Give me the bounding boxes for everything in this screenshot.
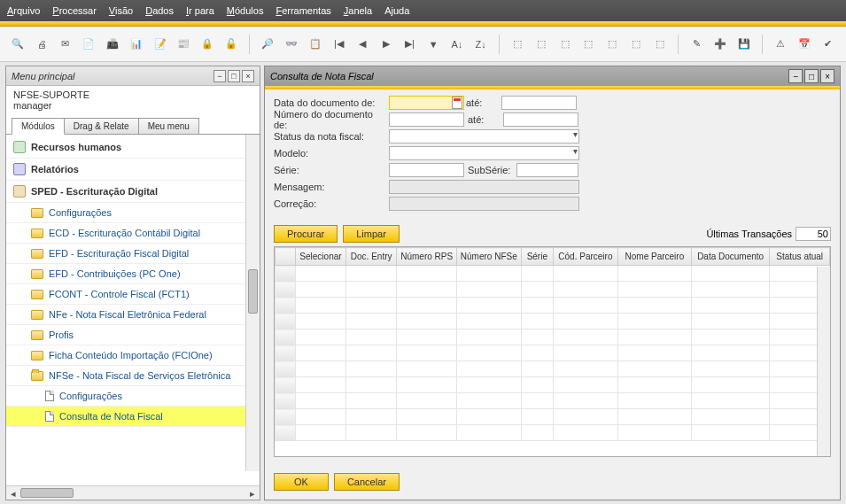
email-icon[interactable]: ✉ (56, 35, 74, 54)
close-icon[interactable]: × (242, 70, 254, 82)
input-ultimas[interactable] (796, 227, 831, 241)
table-row[interactable] (276, 361, 830, 377)
print-icon[interactable]: 🖨 (33, 35, 51, 54)
col-doc-entry[interactable]: Doc. Entry (346, 248, 397, 266)
col-numero-rps[interactable]: Número RPS (397, 248, 457, 266)
table-row[interactable] (276, 314, 830, 330)
tree-relatorios[interactable]: Relatórios (6, 159, 260, 181)
tree-efd-contrib[interactable]: EFD - Contribuições (PC One) (6, 264, 260, 284)
input-num-doc-de[interactable] (389, 112, 464, 127)
filter-icon[interactable]: ▼ (424, 35, 443, 54)
first-icon[interactable]: |◀ (330, 35, 348, 54)
excel-icon[interactable]: 📊 (128, 35, 146, 54)
col-status-atual[interactable]: Status atual (770, 248, 830, 266)
tree-nfse[interactable]: NFSe - Nota Fiscal de Serviços Eletrônic… (6, 366, 260, 386)
tree-recursos-humanos[interactable]: Recursos humanos (6, 136, 260, 159)
menu-dados[interactable]: Dados (145, 5, 174, 16)
close-icon[interactable]: × (820, 69, 834, 83)
tool1-icon[interactable]: ⬚ (508, 35, 527, 54)
input-data-doc-ate[interactable] (501, 96, 577, 110)
table-row[interactable] (276, 282, 830, 298)
table-row[interactable] (276, 298, 830, 314)
table-row[interactable] (276, 330, 830, 345)
procurar-button[interactable]: Procurar (274, 225, 338, 243)
col-numero-nfse[interactable]: Número NFSe (456, 248, 521, 266)
tool3-icon[interactable]: ⬚ (555, 35, 574, 54)
sort-za-icon[interactable]: Z↓ (471, 35, 490, 54)
tool5-icon[interactable]: ⬚ (603, 35, 622, 54)
grid-scrollbar[interactable] (817, 267, 830, 456)
select-status[interactable] (389, 129, 579, 143)
col-serie[interactable]: Série (521, 248, 553, 266)
calendar-icon[interactable] (452, 97, 462, 109)
new-icon[interactable]: 📋 (306, 35, 324, 54)
menu-janela[interactable]: Janela (344, 5, 372, 16)
maximize-icon[interactable]: □ (804, 69, 819, 83)
check-icon[interactable]: ✔ (819, 35, 837, 54)
input-serie[interactable] (389, 163, 464, 177)
tab-meu-menu[interactable]: Meu menu (138, 118, 199, 135)
tree-fcont[interactable]: FCONT - Controle Fiscal (FCT1) (6, 284, 260, 305)
tree-nfe[interactable]: NFe - Nota Fiscal Eletrônica Federal (6, 305, 260, 325)
scroll-right-icon[interactable]: ▸ (245, 486, 260, 500)
table-row[interactable] (276, 345, 830, 361)
tree-configuracoes[interactable]: Configurações (6, 203, 260, 223)
cancelar-button[interactable]: Cancelar (334, 473, 400, 491)
tool6-icon[interactable]: ⬚ (626, 35, 645, 54)
col-nome-parceiro[interactable]: Nome Parceiro (617, 248, 691, 266)
table-row[interactable] (276, 425, 830, 441)
tree-ficha[interactable]: Ficha Conteúdo Importação (FCIOne) (6, 345, 260, 366)
menu-visao[interactable]: Visão (109, 5, 133, 16)
scroll-left-icon[interactable]: ◂ (6, 486, 20, 500)
menu-modulos[interactable]: Módulos (227, 5, 264, 16)
menu-processar[interactable]: Processar (52, 5, 97, 16)
tree-sped[interactable]: SPED - Escrituração Digital (6, 181, 260, 203)
add-icon[interactable]: ➕ (711, 35, 730, 54)
word-icon[interactable]: 📝 (151, 35, 169, 54)
table-row[interactable] (276, 409, 830, 425)
last-icon[interactable]: ▶| (400, 35, 419, 54)
tab-drag-relate[interactable]: Drag & Relate (64, 118, 139, 135)
table-row[interactable] (276, 266, 830, 282)
input-subserie[interactable] (516, 163, 578, 177)
col-selecionar[interactable]: Selecionar (295, 248, 345, 266)
tree-scrollbar-horizontal[interactable]: ◂ ▸ (6, 485, 260, 500)
sort-az-icon[interactable]: A↓ (448, 35, 467, 54)
alert-icon[interactable]: ⚠ (772, 35, 790, 54)
pdf-icon[interactable]: 📰 (175, 35, 193, 54)
menu-arquivo[interactable]: Arquivo (7, 5, 40, 16)
maximize-icon[interactable]: □ (228, 70, 240, 82)
tree-scrollbar-vertical[interactable] (245, 135, 260, 471)
binoculars-icon[interactable]: 👓 (283, 35, 301, 54)
tool4-icon[interactable]: ⬚ (579, 35, 598, 54)
fax-icon[interactable]: 📠 (104, 35, 122, 54)
next-icon[interactable]: ▶ (376, 35, 395, 54)
minimize-icon[interactable]: − (213, 70, 226, 82)
tree-ecd[interactable]: ECD - Escrituração Contábil Digital (6, 223, 260, 244)
lock2-icon[interactable]: 🔓 (221, 35, 240, 54)
limpar-button[interactable]: Limpar (343, 225, 400, 243)
col-data-documento[interactable]: Data Documento (691, 248, 769, 266)
prev-icon[interactable]: ◀ (353, 35, 372, 54)
find-icon[interactable]: 🔎 (259, 35, 277, 54)
grid-rowheader[interactable] (276, 248, 296, 266)
ok-button[interactable]: OK (274, 473, 329, 491)
edit-icon[interactable]: ✎ (687, 35, 706, 54)
table-row[interactable] (276, 377, 830, 393)
select-modelo[interactable] (389, 146, 579, 160)
sms-icon[interactable]: 📄 (80, 35, 98, 54)
tree-profis[interactable]: Profis (6, 325, 260, 345)
preview-icon[interactable]: 🔍 (9, 35, 27, 54)
table-row[interactable] (276, 393, 830, 409)
minimize-icon[interactable]: − (788, 69, 803, 83)
tree-efd-fiscal[interactable]: EFD - Escrituração Fiscal Digital (6, 244, 260, 264)
menu-ferramentas[interactable]: Ferramentas (276, 5, 330, 16)
tool2-icon[interactable]: ⬚ (532, 35, 551, 54)
lock-icon[interactable]: 🔒 (198, 35, 217, 54)
menu-irpara[interactable]: Ir para (186, 5, 214, 16)
menu-ajuda[interactable]: Ajuda (384, 5, 409, 16)
cal-icon[interactable]: 📅 (796, 35, 814, 54)
input-num-doc-ate[interactable] (503, 112, 578, 127)
tree-nfse-consulta[interactable]: Consulta de Nota Fiscal (6, 407, 260, 427)
tool7-icon[interactable]: ⬚ (650, 35, 669, 54)
